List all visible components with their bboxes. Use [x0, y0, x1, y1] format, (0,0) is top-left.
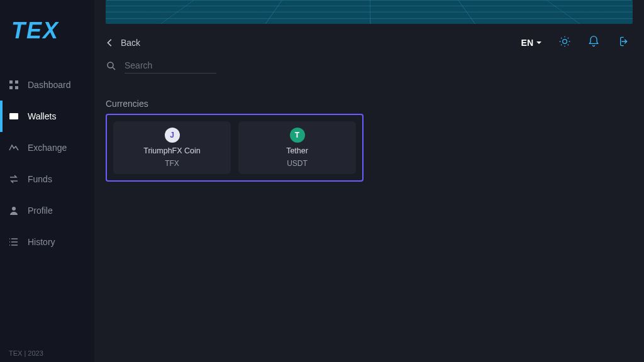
logout-button[interactable]	[616, 35, 629, 50]
user-icon	[9, 206, 19, 216]
logout-icon	[616, 35, 629, 48]
currency-symbol: USDT	[287, 159, 308, 168]
sidebar-item-funds[interactable]: Funds	[0, 163, 94, 195]
section-title: Currencies	[106, 99, 633, 109]
sidebar-nav: Dashboard Wallets Exchange Funds Profile…	[0, 69, 94, 258]
search-icon	[106, 60, 117, 72]
notifications-button[interactable]	[587, 35, 600, 50]
sidebar: TEX Dashboard Wallets Exchange Funds Pro…	[0, 0, 94, 362]
chevron-left-icon	[106, 38, 114, 47]
currency-name: Tether	[286, 146, 308, 155]
currency-card-usdt[interactable]: T Tether USDT	[238, 121, 356, 174]
sidebar-item-label: Dashboard	[28, 80, 71, 90]
sidebar-item-wallets[interactable]: Wallets	[0, 101, 94, 132]
svg-point-7	[108, 62, 113, 68]
sidebar-item-profile[interactable]: Profile	[0, 195, 94, 226]
sun-icon	[558, 35, 571, 48]
language-label: EN	[521, 38, 533, 48]
sidebar-item-label: Profile	[28, 206, 53, 216]
back-label: Back	[121, 38, 140, 48]
sidebar-item-label: Funds	[28, 174, 52, 184]
grid-icon	[9, 80, 19, 90]
sidebar-item-label: History	[28, 237, 55, 247]
hero-banner	[106, 0, 633, 24]
svg-rect-2	[9, 86, 13, 89]
svg-point-5	[12, 207, 16, 211]
list-icon	[9, 237, 19, 247]
theme-toggle[interactable]	[558, 35, 571, 50]
svg-rect-1	[15, 80, 18, 84]
back-button[interactable]: Back	[106, 38, 140, 48]
search-row	[106, 58, 633, 74]
currency-symbol: TFX	[165, 159, 179, 168]
svg-point-6	[563, 40, 567, 44]
search-input[interactable]	[125, 58, 216, 74]
currency-card-tfx[interactable]: J TriumphFX Coin TFX	[113, 121, 231, 174]
coin-icon: T	[290, 128, 305, 143]
language-selector[interactable]: EN	[521, 38, 542, 48]
top-actions: EN	[521, 35, 633, 50]
wallet-icon	[9, 111, 19, 121]
sidebar-item-label: Wallets	[28, 111, 56, 121]
currency-name: TriumphFX Coin	[143, 146, 201, 155]
currency-cards-highlight: J TriumphFX Coin TFX T Tether USDT	[106, 114, 364, 182]
svg-rect-4	[9, 113, 18, 119]
exchange-icon	[9, 143, 19, 153]
footer-text: TEX | 2023	[0, 344, 94, 362]
sidebar-item-dashboard[interactable]: Dashboard	[0, 69, 94, 101]
coin-icon: J	[165, 128, 180, 143]
chevron-down-icon	[536, 40, 542, 46]
sidebar-item-exchange[interactable]: Exchange	[0, 132, 94, 163]
svg-rect-0	[9, 80, 13, 84]
transfer-icon	[9, 174, 19, 184]
brand-logo: TEX	[0, 6, 94, 50]
sidebar-item-history[interactable]: History	[0, 226, 94, 258]
sidebar-item-label: Exchange	[28, 143, 67, 153]
svg-rect-3	[15, 86, 18, 89]
main-content: Back EN Currencies	[94, 0, 644, 362]
topbar: Back EN	[106, 33, 633, 53]
bell-icon	[587, 35, 600, 48]
